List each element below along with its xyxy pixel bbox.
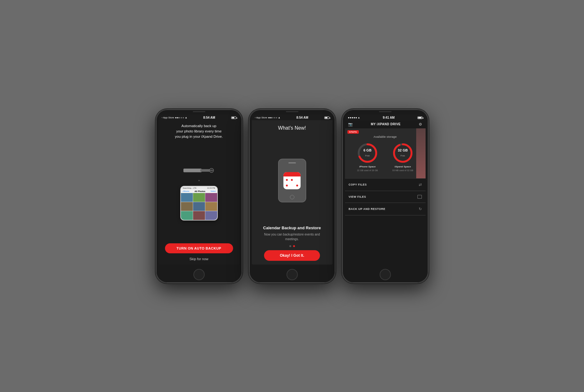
wifi-icon: ▲ bbox=[185, 116, 187, 119]
cal-header bbox=[283, 172, 301, 176]
iphone-circle-label: 6 GB Free bbox=[363, 148, 372, 158]
usb-drive-area: Searching... LTE 12:23 PM ‹ Albums All P… bbox=[165, 143, 233, 243]
separator-3 bbox=[345, 215, 426, 216]
phones-container: ‹ App Store ▲ 8:54 AM bbox=[155, 109, 429, 284]
status-right-2 bbox=[324, 117, 329, 119]
copy-files-item[interactable]: COPY FILES ⇄ bbox=[345, 179, 426, 191]
copy-files-icon: ⇄ bbox=[419, 182, 422, 187]
feature-title: Calendar Backup and Restore bbox=[263, 226, 321, 230]
speaker-bar bbox=[193, 111, 205, 112]
photo-1 bbox=[181, 193, 193, 202]
cal-dot-2 bbox=[291, 179, 293, 181]
speaker-bar-3 bbox=[379, 111, 392, 112]
signal-dots-3 bbox=[348, 117, 357, 118]
photo-5 bbox=[193, 202, 205, 211]
dot-d bbox=[274, 117, 275, 118]
phone3-top bbox=[342, 110, 428, 112]
status-right bbox=[231, 117, 236, 119]
dot4 bbox=[181, 117, 182, 118]
phone-home-circle bbox=[290, 195, 294, 199]
battery-icon bbox=[231, 117, 236, 119]
dot-a bbox=[268, 117, 270, 118]
iphone-free: Free bbox=[365, 155, 370, 157]
okay-got-it-button[interactable]: Okay! I Got It. bbox=[264, 250, 320, 261]
phone1-actions: TURN ON AUTO BACKUP Skip for now bbox=[165, 243, 233, 261]
drive-title: MY iXPAND DRIVE bbox=[371, 122, 401, 126]
storage-circles: 6 GB Free iPhone Space 22 GB used of 28 … bbox=[350, 142, 421, 171]
phone-1: ‹ App Store ▲ 8:54 AM bbox=[155, 109, 243, 284]
photo-4 bbox=[181, 202, 193, 211]
signal-dots bbox=[175, 117, 184, 118]
ixpand-space-used: 93 MB used of 32 GB bbox=[392, 169, 413, 171]
dot-b bbox=[270, 117, 272, 118]
svg-rect-4 bbox=[209, 170, 213, 171]
stats-section: STATS Available storage bbox=[345, 128, 426, 178]
skip-for-now-link[interactable]: Skip for now bbox=[189, 257, 208, 261]
phone3-screen: ▲ 9:41 AM 📷 MY iXPAND DRIVE ⚙ bbox=[345, 115, 426, 265]
phone2-screen: ‹ App Store ▲ 8:54 AM bbox=[252, 115, 332, 265]
iphone-storage: 6 GB Free iPhone Space 22 GB used of 28 … bbox=[357, 142, 378, 171]
phone-speaker bbox=[288, 162, 296, 163]
photo-6 bbox=[205, 202, 217, 211]
cal-empty-2 bbox=[290, 183, 294, 188]
cal-body bbox=[283, 176, 301, 189]
ixpand-gb: 32 GB bbox=[398, 148, 408, 152]
backup-restore-icon: ↻ bbox=[419, 207, 422, 211]
status-left-2: ‹ App Store ▲ bbox=[255, 116, 281, 119]
inner-status: Searching... LTE 12:23 PM bbox=[181, 186, 217, 190]
camera-icon[interactable]: 📷 bbox=[348, 122, 353, 127]
home-button-1[interactable] bbox=[193, 269, 205, 280]
view-files-item[interactable]: VIEW FILES bbox=[345, 191, 426, 203]
select-button: Select bbox=[211, 190, 216, 192]
battery-fill-3 bbox=[418, 117, 422, 118]
settings-icon[interactable]: ⚙ bbox=[419, 122, 422, 127]
backup-restore-item[interactable]: BACK UP AND RESTORE ↻ bbox=[345, 203, 426, 215]
drive-header: 📷 MY iXPAND DRIVE ⚙ bbox=[345, 120, 426, 128]
calendar-phone-wrap bbox=[278, 136, 306, 226]
phone2-status-bar: ‹ App Store ▲ 8:54 AM bbox=[252, 115, 332, 120]
battery-icon-3 bbox=[417, 117, 422, 119]
signal-dots-2 bbox=[268, 117, 277, 118]
battery-fill-2 bbox=[325, 117, 327, 118]
svg-rect-1 bbox=[200, 169, 211, 171]
ixpand-free: Free bbox=[401, 155, 405, 157]
phone-2: ‹ App Store ▲ 8:54 AM bbox=[248, 109, 336, 284]
inner-phone: Searching... LTE 12:23 PM ‹ Albums All P… bbox=[180, 186, 218, 221]
phone3-content: 📷 MY iXPAND DRIVE ⚙ STATS Available stor… bbox=[345, 120, 426, 265]
dot3 bbox=[179, 117, 180, 118]
ixpand-circle: 32 GB Free bbox=[392, 142, 414, 164]
inner-nav: ‹ Albums All Photos Select bbox=[181, 190, 217, 193]
status-right-3 bbox=[417, 117, 422, 119]
iphone-space-name: iPhone Space bbox=[359, 165, 376, 168]
battery-icon-2 bbox=[324, 117, 329, 119]
wifi-icon-2: ▲ bbox=[278, 116, 281, 119]
photo-7 bbox=[181, 211, 193, 220]
dot-indicator bbox=[198, 180, 200, 181]
page-dot-1 bbox=[289, 245, 291, 247]
phone1-status-bar: ‹ App Store ▲ 8:54 AM bbox=[159, 115, 239, 120]
page-dot-2-active bbox=[293, 245, 295, 247]
iphone-circle: 6 GB Free bbox=[357, 142, 378, 164]
status-time-3: 9:41 AM bbox=[383, 116, 395, 119]
phone1-top bbox=[156, 110, 242, 112]
auto-backup-button[interactable]: TURN ON AUTO BACKUP bbox=[165, 243, 233, 253]
dot5 bbox=[183, 117, 184, 118]
phone1-screen: ‹ App Store ▲ 8:54 AM bbox=[159, 115, 239, 265]
status-time-2: 8:54 AM bbox=[296, 116, 308, 119]
calendar-phone bbox=[278, 159, 306, 202]
backup-description: Automatically back up your photo library… bbox=[175, 123, 223, 140]
status-left: ‹ App Store ▲ bbox=[162, 116, 187, 119]
phone1-content: Automatically back up your photo library… bbox=[159, 120, 239, 265]
cal-empty-1 bbox=[295, 178, 299, 183]
home-button-2[interactable] bbox=[287, 269, 298, 280]
cal-dot-4 bbox=[296, 185, 298, 186]
photo-3 bbox=[205, 193, 217, 202]
ixpand-storage: 32 GB Free iXpand Space 93 MB used of 32… bbox=[392, 142, 414, 171]
iphone-space-used: 22 GB used of 28 GB bbox=[357, 169, 378, 171]
view-files-icon bbox=[417, 195, 422, 199]
back-link-2: ‹ App Store bbox=[255, 116, 267, 119]
home-button-3[interactable] bbox=[380, 269, 391, 280]
phone2-top bbox=[249, 110, 335, 112]
photo-grid bbox=[181, 193, 217, 220]
status-time: 8:54 AM bbox=[203, 116, 215, 119]
